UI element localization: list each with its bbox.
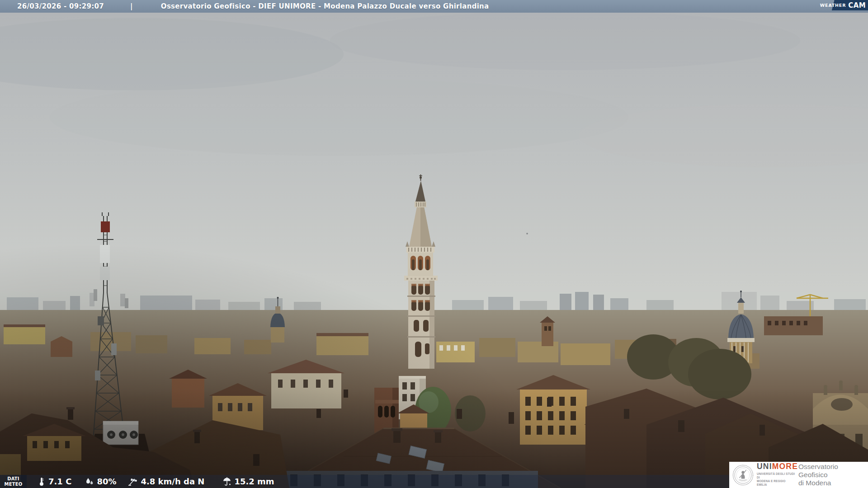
university-line1: UNIVERSITÀ DEGLI STUDI DI — [757, 472, 797, 479]
temperature-value: 7.1 C — [48, 477, 71, 486]
weathercam-logo-cam: CAM — [848, 1, 866, 9]
unimore-uni: UNI — [757, 462, 772, 471]
unimore-wordmark: UNIMORE UNIVERSITÀ DEGLI STUDI DI MODENA… — [757, 463, 797, 487]
observatory-line2: di Modena — [798, 479, 868, 487]
separator: | — [130, 2, 133, 10]
unimore-crest-icon — [732, 465, 754, 486]
humidity-reading: 80% — [85, 477, 116, 486]
university-subtitle: UNIVERSITÀ DEGLI STUDI DI MODENA E REGGI… — [757, 472, 797, 487]
humidity-icon — [85, 477, 94, 486]
wind-value: 4.8 km/h da N — [141, 477, 204, 486]
weathercam-logo[interactable]: WEATHER CAM — [823, 0, 868, 10]
wind-icon — [128, 477, 138, 486]
weathercam-logo-weather: WEATHER — [820, 3, 846, 8]
weather-label-line1: DATI — [7, 476, 19, 482]
rain-icon — [222, 477, 231, 486]
unimore-branding: UNIMORE UNIVERSITÀ DEGLI STUDI DI MODENA… — [729, 462, 868, 488]
weather-label-line2: METEO — [5, 482, 23, 487]
rain-reading: 15.2 mm — [222, 477, 274, 486]
webcam-view: 26/03/2026 - 09:29:07 | Osservatorio Geo… — [0, 0, 868, 488]
timestamp: 26/03/2026 - 09:29:07 — [17, 2, 104, 10]
page-title: Osservatorio Geofisico - DIEF UNIMORE - … — [161, 2, 489, 10]
unimore-name: UNIMORE — [757, 463, 797, 471]
unimore-more: MORE — [772, 462, 798, 471]
temperature-reading: 7.1 C — [38, 477, 71, 487]
university-line2: MODENA E REGGIO EMILIA — [757, 479, 797, 487]
thermometer-icon — [38, 477, 46, 487]
observatory-name: Osservatorio Geofisico di Modena — [798, 463, 868, 488]
wind-reading: 4.8 km/h da N — [128, 477, 204, 486]
header-bar: 26/03/2026 - 09:29:07 | Osservatorio Geo… — [0, 0, 868, 13]
rain-value: 15.2 mm — [234, 477, 274, 486]
observatory-line1: Osservatorio Geofisico — [798, 463, 868, 479]
webcam-photo — [0, 0, 868, 488]
humidity-value: 80% — [97, 477, 116, 486]
weather-data-label: DATI METEO — [0, 475, 27, 488]
